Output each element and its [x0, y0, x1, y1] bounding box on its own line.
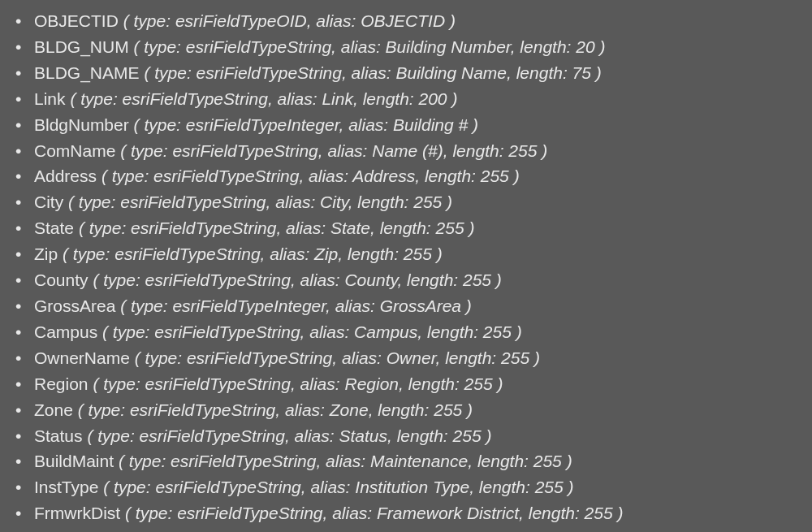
field-name: Zip [34, 244, 58, 263]
list-item: Link ( type: esriFieldTypeString, alias:… [0, 86, 812, 112]
field-name: OwnerName [34, 348, 130, 367]
list-item: Zip ( type: esriFieldTypeString, alias: … [0, 241, 812, 267]
field-details: ( type: esriFieldTypeString, alias: Buil… [144, 63, 601, 82]
field-name: BuildMaint [34, 452, 114, 470]
field-list: OBJECTID ( type: esriFieldTypeOID, alias… [0, 8, 812, 526]
field-details: ( type: esriFieldTypeString, alias: Main… [119, 452, 572, 470]
field-details: ( type: esriFieldTypeOID, alias: OBJECTI… [123, 11, 456, 30]
field-name: OBJECTID [34, 11, 119, 30]
field-name: InstType [34, 478, 98, 496]
field-details: ( type: esriFieldTypeString, alias: Name… [120, 141, 547, 160]
list-item: GrossArea ( type: esriFieldTypeInteger, … [0, 293, 812, 319]
list-item: County ( type: esriFieldTypeString, alia… [0, 267, 812, 293]
field-details: ( type: esriFieldTypeString, alias: Stat… [79, 218, 475, 237]
list-item: City ( type: esriFieldTypeString, alias:… [0, 189, 812, 215]
list-item: InstType ( type: esriFieldTypeString, al… [0, 474, 812, 500]
field-details: ( type: esriFieldTypeInteger, alias: Gro… [120, 296, 472, 315]
field-details: ( type: esriFieldTypeString, alias: Inst… [103, 478, 573, 496]
field-details: ( type: esriFieldTypeString, alias: Link… [70, 89, 457, 108]
list-item: BldgNumber ( type: esriFieldTypeInteger,… [0, 112, 812, 138]
field-name: City [34, 192, 63, 211]
field-name: Link [34, 89, 66, 108]
field-details: ( type: esriFieldTypeString, alias: Zip,… [63, 244, 443, 263]
field-details: ( type: esriFieldTypeString, alias: Regi… [93, 374, 503, 393]
field-details: ( type: esriFieldTypeString, alias: Owne… [135, 348, 540, 367]
list-item: Campus ( type: esriFieldTypeString, alia… [0, 319, 812, 345]
field-name: Address [34, 167, 97, 185]
field-name: State [34, 218, 74, 237]
list-item: Address ( type: esriFieldTypeString, ali… [0, 163, 812, 189]
field-details: ( type: esriFieldTypeString, alias: Zone… [78, 400, 473, 419]
list-item: FrmwrkDist ( type: esriFieldTypeString, … [0, 500, 812, 526]
list-item: State ( type: esriFieldTypeString, alias… [0, 215, 812, 241]
field-details: ( type: esriFieldTypeString, alias: Stat… [87, 426, 491, 445]
list-item: BLDG_NUM ( type: esriFieldTypeString, al… [0, 34, 812, 60]
list-item: Status ( type: esriFieldTypeString, alia… [0, 423, 812, 449]
list-item: Zone ( type: esriFieldTypeString, alias:… [0, 397, 812, 423]
field-name: Zone [34, 400, 73, 419]
list-item: OwnerName ( type: esriFieldTypeString, a… [0, 345, 812, 371]
field-name: BLDG_NUM [34, 37, 129, 56]
list-item: BLDG_NAME ( type: esriFieldTypeString, a… [0, 60, 812, 86]
field-details: ( type: esriFieldTypeInteger, alias: Bui… [134, 115, 478, 134]
field-name: Region [34, 374, 89, 393]
list-item: ComName ( type: esriFieldTypeString, ali… [0, 138, 812, 164]
field-name: GrossArea [34, 296, 115, 315]
field-name: BldgNumber [34, 115, 129, 134]
field-name: County [34, 270, 89, 289]
field-name: Status [34, 426, 83, 445]
list-item: OBJECTID ( type: esriFieldTypeOID, alias… [0, 8, 812, 34]
field-details: ( type: esriFieldTypeString, alias: Buil… [134, 37, 606, 56]
field-name: Campus [34, 322, 97, 341]
field-name: FrmwrkDist [34, 504, 120, 522]
field-details: ( type: esriFieldTypeString, alias: Addr… [102, 167, 520, 185]
field-name: ComName [34, 141, 115, 160]
field-details: ( type: esriFieldTypeString, alias: Camp… [102, 322, 522, 341]
field-name: BLDG_NAME [34, 63, 140, 82]
list-item: BuildMaint ( type: esriFieldTypeString, … [0, 448, 812, 474]
field-details: ( type: esriFieldTypeString, alias: Fram… [125, 504, 623, 522]
field-details: ( type: esriFieldTypeString, alias: City… [68, 192, 452, 211]
field-details: ( type: esriFieldTypeString, alias: Coun… [93, 270, 501, 289]
list-item: Region ( type: esriFieldTypeString, alia… [0, 371, 812, 397]
